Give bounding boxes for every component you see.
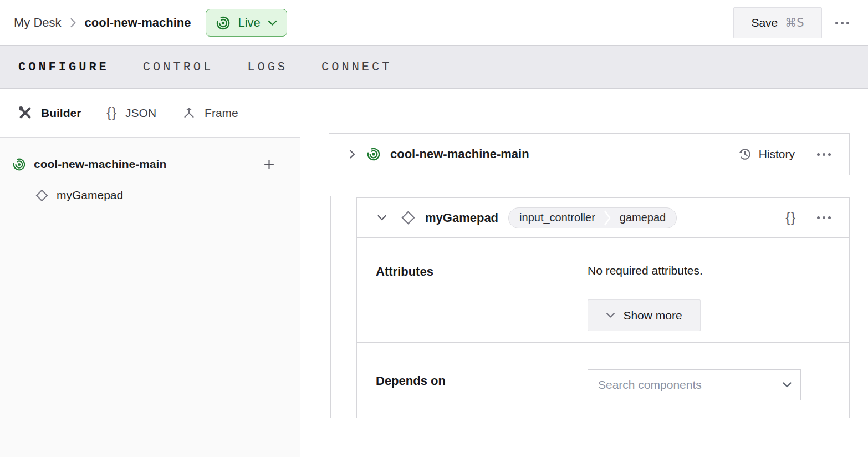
component-diamond-icon <box>400 210 416 226</box>
mode-tab-frame[interactable]: Frame <box>182 106 238 120</box>
tab-configure[interactable]: CONFIGURE <box>18 60 109 74</box>
machine-status-dropdown[interactable]: Live <box>206 9 287 37</box>
save-button-label: Save <box>751 16 778 29</box>
depends-on-select[interactable] <box>588 369 801 400</box>
attributes-section: Attributes No required attributes. Show … <box>357 238 849 343</box>
breadcrumb-separator-icon <box>70 17 76 28</box>
component-type: input_controller <box>511 211 604 224</box>
badge-separator-icon <box>604 207 611 228</box>
part-broadcast-icon <box>366 147 381 161</box>
braces-icon: {} <box>785 210 796 225</box>
tree-item-mygamepad[interactable]: myGamepad <box>0 181 300 210</box>
breadcrumb-current: cool-new-machine <box>85 16 191 30</box>
chevron-down-icon <box>268 20 277 26</box>
depends-on-label: Depends on <box>376 374 446 388</box>
component-card-mygamepad: myGamepad input_controller gamepad {} <box>356 197 850 418</box>
machine-config-page: My Desk cool-new-machine Live Save ⌘S <box>0 0 868 457</box>
frame-axes-icon <box>182 106 196 120</box>
component-model: gamepad <box>611 211 674 224</box>
search-components-input[interactable] <box>597 378 782 392</box>
component-card-header: myGamepad input_controller gamepad {} <box>357 198 849 238</box>
tab-control[interactable]: CONTROL <box>143 60 213 74</box>
show-more-button[interactable]: Show more <box>588 299 701 331</box>
config-sidebar: Builder {} JSON Frame <box>0 89 300 457</box>
top-bar: My Desk cool-new-machine Live Save ⌘S <box>0 0 868 45</box>
chevron-down-icon <box>782 382 792 388</box>
part-broadcast-icon <box>12 158 26 171</box>
mode-tab-json-label: JSON <box>125 106 156 120</box>
topbar-overflow-menu-button[interactable] <box>830 16 855 30</box>
ellipsis-icon <box>817 153 831 156</box>
live-status-label: Live <box>238 16 260 30</box>
save-button[interactable]: Save ⌘S <box>733 7 822 38</box>
mode-tab-builder[interactable]: Builder <box>18 105 81 120</box>
show-more-label: Show more <box>623 309 682 322</box>
history-label: History <box>759 148 795 161</box>
attributes-label: Attributes <box>376 265 433 279</box>
config-main-panel: cool-new-machine-main History <box>300 89 868 457</box>
braces-icon: {} <box>106 105 117 121</box>
part-card-menu-button[interactable] <box>811 148 836 161</box>
nav-tab-bar: CONFIGURE CONTROL LOGS CONNECT <box>0 45 868 89</box>
component-menu-button[interactable] <box>811 211 836 225</box>
history-button[interactable]: History <box>737 145 796 163</box>
mode-tab-json[interactable]: {} JSON <box>106 105 156 121</box>
component-name: myGamepad <box>425 211 498 225</box>
attributes-empty-text: No required attributes. <box>588 264 703 277</box>
tree-connector-line <box>330 196 331 418</box>
tools-icon <box>18 105 33 120</box>
live-broadcast-icon <box>216 16 231 31</box>
breadcrumb: My Desk cool-new-machine <box>14 16 191 30</box>
history-clock-icon <box>738 148 752 161</box>
tab-logs[interactable]: LOGS <box>247 60 288 74</box>
ellipsis-icon <box>835 22 849 24</box>
part-card-title: cool-new-machine-main <box>390 147 529 161</box>
component-diamond-icon <box>35 189 49 202</box>
depends-on-section: Depends on <box>357 343 849 418</box>
part-card: cool-new-machine-main History <box>329 133 850 175</box>
chevron-down-icon <box>606 312 615 318</box>
config-mode-tabs: Builder {} JSON Frame <box>0 89 300 138</box>
tree-item-main-part[interactable]: cool-new-machine-main <box>0 150 300 179</box>
component-type-badge: input_controller gamepad <box>508 207 677 228</box>
tree-component-name: myGamepad <box>57 189 123 202</box>
page-body: Builder {} JSON Frame <box>0 89 868 457</box>
ellipsis-icon <box>817 216 831 219</box>
breadcrumb-parent[interactable]: My Desk <box>14 16 62 30</box>
tab-connect[interactable]: CONNECT <box>321 60 392 74</box>
tree-part-name: cool-new-machine-main <box>34 158 166 171</box>
mode-tab-frame-label: Frame <box>205 106 238 120</box>
machine-part-tree: cool-new-machine-main <box>0 138 300 210</box>
component-collapse-button[interactable] <box>374 211 390 224</box>
save-shortcut-hint: ⌘S <box>785 16 804 29</box>
add-component-button[interactable] <box>263 158 275 171</box>
mode-tab-builder-label: Builder <box>41 106 81 120</box>
component-json-button[interactable]: {} <box>780 204 801 231</box>
part-card-expand-button[interactable] <box>346 146 359 163</box>
